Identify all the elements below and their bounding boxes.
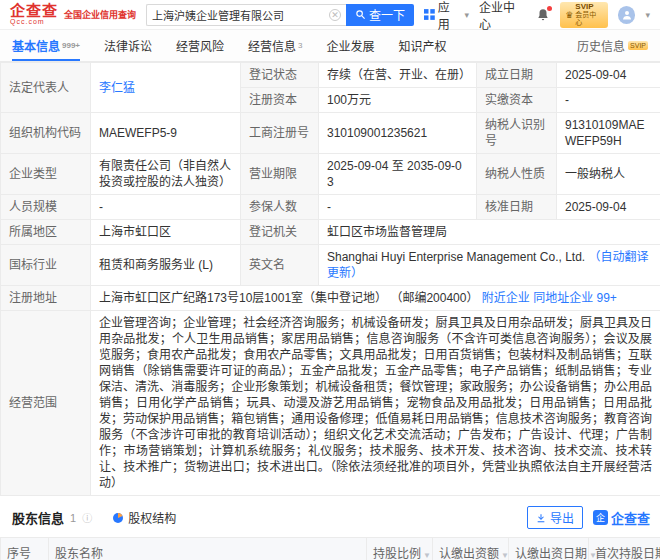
col-ratio-label: 持股比例 (373, 547, 421, 560)
value-biz-reg-no: 310109001235621 (319, 113, 477, 154)
nearby-companies-link[interactable]: 附近企业 (482, 291, 530, 305)
tab-basic-label: 基本信息 (12, 37, 60, 54)
label-scope: 经营范围 (1, 311, 91, 496)
equity-structure-button[interactable]: 股权结构 (112, 509, 176, 526)
label-approval-date: 核准日期 (477, 195, 557, 220)
label-region: 所属地区 (1, 220, 91, 245)
qcc-watermark-text: 企查查 (611, 508, 650, 527)
export-button[interactable]: 导出 (527, 506, 583, 529)
label-insured: 参保人数 (241, 195, 319, 220)
search-group: ✕ 查一下 (146, 4, 414, 26)
shareholders-count: 1 (70, 512, 76, 524)
label-taxpayer-type: 纳税人性质 (477, 154, 557, 195)
shareholders-title: 股东信息 (12, 508, 64, 527)
grid-icon (424, 9, 435, 20)
tab-operation-count: 3 (298, 41, 302, 50)
search-input[interactable] (152, 9, 329, 21)
tab-basic-info[interactable]: 基本信息999+ (12, 30, 80, 61)
col-first-date: 首次持股日期 (589, 538, 660, 560)
qcc-watermark: 企 企查查 (593, 508, 650, 527)
value-legal-rep: 李仁猛 (91, 63, 241, 113)
value-reg-capital: 100万元 (319, 88, 477, 113)
basic-info-table: 法定代表人 李仁猛 登记状态 存续（在营、开业、在册） 成立日期 2025-09… (0, 62, 660, 496)
label-est-date: 成立日期 (477, 63, 557, 88)
logo-domain: Qcc.com (10, 18, 58, 26)
search-button[interactable]: 查一下 (346, 4, 414, 26)
shareholders-header-row: 序号 股东名称 持股比例▼ 认缴出资额▼ 认缴出资日期▼ 首次持股日期 (1, 538, 660, 560)
tab-development[interactable]: 企业发展 (327, 30, 375, 61)
value-insured: - (319, 195, 477, 220)
sort-down-icon[interactable]: ▼ (423, 551, 431, 560)
label-paid-capital: 实缴资本 (477, 88, 557, 113)
enterprise-center-link[interactable]: 企业中心 (479, 0, 526, 32)
search-button-label: 查一下 (369, 6, 405, 23)
value-industry: 租赁和商务服务业 (L) (91, 245, 241, 286)
value-paid-capital: - (557, 88, 660, 113)
address-postcode: （邮编200400） (390, 291, 478, 305)
tab-history[interactable]: 历史信息 SVIP (577, 30, 648, 61)
top-bar: 企查查 Qcc.com 全国企业信用查询 ✕ 查一下 应用 ▾ 企业中心 ♛ S… (0, 0, 660, 30)
notification-bell[interactable] (536, 8, 550, 22)
tab-operation-label: 经营信息 (248, 37, 296, 54)
qcc-logo[interactable]: 企查查 Qcc.com 全国企业信用查询 (10, 4, 136, 26)
clear-icon[interactable]: ✕ (329, 9, 341, 21)
same-address-link[interactable]: 同地址企业 99+ (533, 291, 617, 305)
avatar[interactable] (618, 6, 636, 24)
col-amount[interactable]: 认缴出资额▼ (433, 538, 509, 560)
tab-operation[interactable]: 经营信息3 (248, 30, 302, 61)
label-biz-term: 营业期限 (241, 154, 319, 195)
search-icon (355, 9, 366, 20)
tab-legal[interactable]: 法律诉讼 (104, 30, 152, 61)
tab-basic-count: 999+ (62, 41, 80, 50)
tab-legal-label: 法律诉讼 (104, 37, 152, 54)
value-biz-term: 2025-09-04 至 2035-09-03 (319, 154, 477, 195)
label-address: 注册地址 (1, 286, 91, 311)
download-icon (536, 513, 546, 523)
label-org-code: 组织机构代码 (1, 113, 91, 154)
col-amount-label: 认缴出资额 (439, 547, 499, 560)
value-reg-authority: 虹口区市场监督管理局 (319, 220, 660, 245)
logo-title: 企查查 (10, 4, 58, 18)
value-taxpayer-type: 一般纳税人 (557, 154, 660, 195)
col-sub-date[interactable]: 认缴出资日期▼ (509, 538, 589, 560)
label-legal-rep: 法定代表人 (1, 63, 91, 113)
account-chevron-icon[interactable]: ▾ (645, 10, 650, 20)
address-text: 上海市虹口区广纪路173号10层1001室（集中登记地） (99, 291, 387, 305)
value-region: 上海市虹口区 (91, 220, 241, 245)
tab-history-badge: SVIP (628, 41, 648, 50)
apps-label: 应用 (438, 0, 462, 32)
tab-ip[interactable]: 知识产权 (399, 30, 447, 61)
crown-icon: ♛ (565, 10, 573, 20)
export-label: 导出 (550, 509, 574, 526)
value-address: 上海市虹口区广纪路173号10层1001室（集中登记地） （邮编200400） … (91, 286, 660, 311)
shareholders-header: 股东信息 1 ⓘ 股权结构 导出 企 企查查 (0, 496, 660, 537)
legal-rep-link[interactable]: 李仁猛 (99, 81, 135, 95)
equity-structure-label: 股权结构 (128, 509, 176, 526)
label-company-type: 企业类型 (1, 154, 91, 195)
top-nav: 应用 ▾ 企业中心 ♛ SVIP 会员中心 ▾ (424, 0, 650, 32)
qcc-mark-icon: 企 (593, 510, 608, 525)
svip-label: SVIP (575, 3, 602, 11)
value-scope: 企业管理咨询；企业管理；社会经济咨询服务；机械设备研发；厨具卫具及日用杂品研发；… (91, 311, 660, 496)
tab-risk[interactable]: 经营风险 (176, 30, 224, 61)
user-icon (621, 9, 633, 21)
label-reg-status: 登记状态 (241, 63, 319, 88)
tab-risk-label: 经营风险 (176, 37, 224, 54)
info-icon[interactable]: ⓘ (82, 510, 92, 525)
tab-bar: 基本信息999+ 法律诉讼 经营风险 经营信息3 企业发展 知识产权 历史信息 … (0, 30, 660, 62)
col-no: 序号 (1, 538, 49, 560)
sort-down-icon[interactable]: ▼ (501, 551, 509, 560)
label-reg-capital: 注册资本 (241, 88, 319, 113)
svip-badge[interactable]: ♛ SVIP 会员中心 (560, 2, 608, 28)
value-english-name: Shanghai Huyi Enterprise Management Co.,… (319, 245, 660, 286)
label-english-name: 英文名 (241, 245, 319, 286)
tab-history-label: 历史信息 (577, 37, 625, 54)
search-input-wrap: ✕ (146, 4, 346, 26)
label-biz-reg-no: 工商注册号 (241, 113, 319, 154)
pie-chart-icon (112, 512, 124, 524)
apps-menu[interactable]: 应用 ▾ (424, 0, 469, 32)
value-company-type: 有限责任公司（非自然人投资或控股的法人独资） (91, 154, 241, 195)
shareholders-table: 序号 股东名称 持股比例▼ 认缴出资额▼ 认缴出资日期▼ 首次持股日期 1 − … (0, 537, 660, 560)
value-staff-size: - (91, 195, 241, 220)
col-ratio[interactable]: 持股比例▼ (367, 538, 433, 560)
